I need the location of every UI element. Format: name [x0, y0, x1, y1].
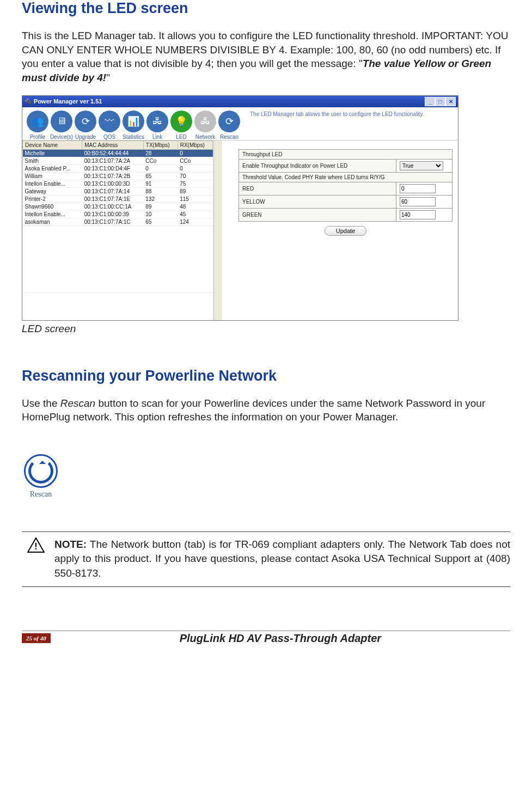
- svg-text:!: !: [34, 542, 37, 551]
- cfg-enable-select[interactable]: True: [400, 161, 443, 170]
- section-heading-rescan: Rescanning your Powerline Network: [22, 368, 510, 384]
- tab-led[interactable]: 💡LED: [169, 111, 193, 140]
- tab-upgrade-label: Upgrade: [75, 134, 96, 140]
- cfg-red-input[interactable]: [400, 184, 436, 193]
- cfg-yellow-label: YELLOW: [239, 195, 396, 208]
- tab-qos-label: QOS: [103, 134, 115, 140]
- led-config-panel: Throughput LED Enable Throughput Indicat…: [222, 140, 458, 320]
- maximize-button[interactable]: □: [435, 97, 445, 106]
- table-row[interactable]: Smith00:13:C1:07:7A:2ACCoCCo: [23, 157, 213, 164]
- rescan-icon-block: Rescan: [22, 454, 60, 499]
- devices-icon: 🖥: [51, 111, 72, 132]
- table-row[interactable]: asokaman00:13:C1:07:7A:1C65124: [23, 218, 213, 225]
- profile-icon: 👥: [27, 111, 48, 132]
- upgrade-icon: ⟳: [75, 111, 96, 132]
- tab-link[interactable]: 🖧Link: [145, 111, 169, 140]
- close-button[interactable]: ✕: [445, 97, 456, 106]
- table-row[interactable]: Michelle00:B0:52:44:44:44280: [23, 149, 213, 157]
- minimize-button[interactable]: _: [425, 97, 435, 106]
- tab-devices[interactable]: 🖥Device(s): [50, 111, 74, 140]
- cfg-red-label: RED: [239, 182, 396, 195]
- led-icon: 💡: [170, 111, 192, 132]
- para2-text-a: Use the: [22, 397, 60, 409]
- rescan-icon: ⟳: [218, 111, 240, 132]
- col-tx[interactable]: TX(Mbps): [143, 140, 178, 149]
- footer-rule: [22, 631, 510, 631]
- tab-devices-label: Device(s): [50, 134, 73, 140]
- para1-text-b: ": [106, 72, 110, 83]
- table-row[interactable]: Asoka Enabled P...00:13:C1:00:D4:4F00: [23, 164, 213, 172]
- cfg-yellow-input[interactable]: [400, 197, 436, 206]
- warning-icon: !: [27, 537, 45, 553]
- tab-profile[interactable]: 👥Profile: [26, 111, 50, 140]
- tab-hint: The LED Manager tab allows the user to c…: [241, 111, 455, 118]
- tab-led-label: LED: [176, 134, 186, 140]
- cfg-enable-label: Enable Throughput Indicator on Power LED: [239, 159, 396, 172]
- toolbar-tabs: 👥Profile 🖥Device(s) ⟳Upgrade 〰QOS 📊Stati…: [22, 107, 458, 140]
- link-icon: 🖧: [146, 111, 168, 132]
- tab-statistics[interactable]: 📊Statistics: [121, 111, 145, 140]
- table-row[interactable]: William00:13:C1:07:7A:2B6570: [23, 172, 213, 180]
- cfg-header-throughput: Throughput LED: [239, 149, 452, 159]
- para2-italic: Rescan: [60, 397, 95, 409]
- tab-qos[interactable]: 〰QOS: [97, 111, 121, 140]
- screenshot-window: 🔌 Power Manager ver 1.51 _ □ ✕ 👥Profile …: [22, 95, 458, 321]
- rescan-circle-icon: [24, 454, 58, 488]
- table-row[interactable]: Shawn966000:13:C1:00:CC:1A8948: [23, 203, 213, 210]
- col-mac[interactable]: MAC Address: [82, 140, 144, 149]
- tab-rescan[interactable]: ⟳Rescan: [217, 111, 241, 140]
- tab-network-label: Network: [195, 134, 216, 140]
- note-rule-bottom: [22, 586, 510, 587]
- device-list: Device Name MAC Address TX(Mbps) RX(Mbps…: [22, 140, 213, 320]
- note-block: ! NOTE: The Network button (tab) is for …: [22, 532, 510, 586]
- section1-paragraph: This is the LED Manager tab. It allows y…: [22, 29, 510, 85]
- col-rx[interactable]: RX(Mbps): [178, 140, 212, 149]
- section2-paragraph: Use the Rescan button to scan for your P…: [22, 396, 510, 424]
- window-title: 🔌 Power Manager ver 1.51: [25, 98, 102, 105]
- tab-rescan-label: Rescan: [220, 134, 239, 140]
- screenshot-caption: LED screen: [22, 323, 510, 335]
- tab-statistics-label: Statistics: [123, 134, 144, 140]
- tab-network[interactable]: 🖧Network: [193, 111, 217, 140]
- statistics-icon: 📊: [123, 111, 144, 132]
- product-name: PlugLink HD AV Pass-Through Adapter: [51, 632, 510, 645]
- cfg-threshold-label: Threshold Value. Coded PHY Rate where LE…: [239, 172, 452, 182]
- note-label: NOTE:: [54, 539, 87, 550]
- col-device-name[interactable]: Device Name: [23, 140, 82, 149]
- window-title-text: Power Manager ver 1.51: [34, 98, 102, 105]
- tab-link-label: Link: [152, 134, 162, 140]
- qos-icon: 〰: [99, 111, 120, 132]
- table-row[interactable]: Printer-200:13:C1:07:7A:1E132115: [23, 195, 213, 203]
- cfg-green-input[interactable]: [400, 210, 436, 219]
- table-row[interactable]: Intellon Enable...00:13:C1:00:00:3D9175: [23, 180, 213, 187]
- table-row: [23, 225, 213, 292]
- note-text: The Network button (tab) is for TR-069 c…: [54, 539, 510, 579]
- table-row[interactable]: Intellon Enable...00:13:C1:00:00:391045: [23, 210, 213, 218]
- network-icon: 🖧: [194, 111, 216, 132]
- cfg-green-label: GREEN: [239, 208, 396, 221]
- tab-profile-label: Profile: [30, 134, 45, 140]
- window-titlebar: 🔌 Power Manager ver 1.51 _ □ ✕: [22, 96, 458, 107]
- rescan-label: Rescan: [30, 490, 52, 498]
- page-number: 25 of 40: [22, 633, 51, 643]
- list-scrollbar[interactable]: [213, 140, 222, 320]
- tab-upgrade[interactable]: ⟳Upgrade: [74, 111, 97, 140]
- table-row[interactable]: Gateway00:13:C1:07:7A:148889: [23, 187, 213, 195]
- section-heading-led: Viewing the LED screen: [22, 0, 510, 17]
- update-button[interactable]: Update: [325, 226, 366, 236]
